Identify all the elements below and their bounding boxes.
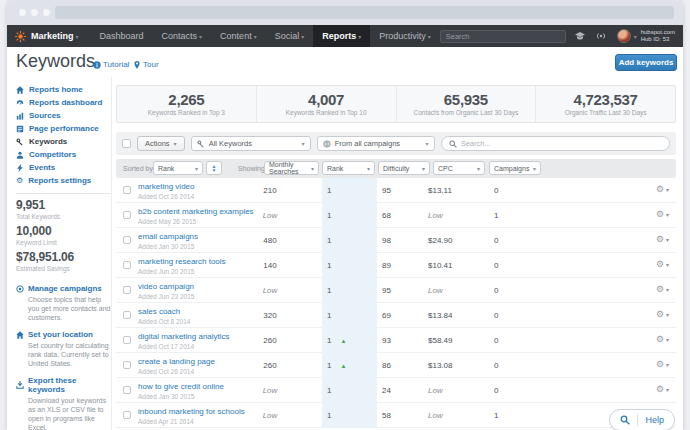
keyword-link[interactable]: digital marketing analytics xyxy=(138,332,230,341)
table-search-input[interactable] xyxy=(461,139,662,148)
window-zoom-dot[interactable] xyxy=(43,9,50,16)
select-all-checkbox[interactable] xyxy=(122,139,131,148)
row-settings-gear[interactable]: ⚙▾ xyxy=(656,184,669,194)
row-checkbox[interactable] xyxy=(123,336,131,344)
sidebar-stat-label: Total Keywords xyxy=(16,213,112,220)
nav-item-productivity[interactable]: Productivity▾ xyxy=(370,25,440,48)
keyword-cell: create a landing pageAdded Oct 26 2014 xyxy=(138,357,215,375)
sort-by-select[interactable]: Rank▾ xyxy=(153,161,203,175)
column-select-cpc[interactable]: CPC▾ xyxy=(433,161,485,175)
cpc-value: $13.84 xyxy=(428,311,452,320)
sidebar-link-title[interactable]: Manage campaigns xyxy=(16,284,112,293)
nav-item-social[interactable]: Social▾ xyxy=(266,25,314,48)
help-button[interactable]: Help xyxy=(609,409,675,430)
table-header: Sorted by: Rank▾ ▲▼ Showing: Monthly Sea… xyxy=(116,159,676,178)
monthly-searches-value: Low xyxy=(244,411,296,420)
sidebar-item-keywords[interactable]: Keywords xyxy=(16,135,112,148)
window-close-dot[interactable] xyxy=(19,9,26,16)
keyword-link[interactable]: sales coach xyxy=(138,307,190,316)
tutorial-link[interactable]: Tutorial xyxy=(93,60,129,69)
info-icon xyxy=(93,61,101,69)
window-minimize-dot[interactable] xyxy=(31,9,38,16)
sidebar-item-page-performance[interactable]: Page performance xyxy=(16,122,112,135)
sidebar-link-set-your-location: Set your locationSet country for calcula… xyxy=(16,330,112,368)
add-keywords-button[interactable]: Add keywords xyxy=(615,54,677,71)
column-select-monthly-searches[interactable]: Monthly Searches▾ xyxy=(264,161,319,175)
table-search-box[interactable] xyxy=(441,136,670,151)
keywords-filter-select[interactable]: All Keywords ▾ xyxy=(191,136,311,151)
row-settings-gear[interactable]: ⚙▾ xyxy=(656,309,669,319)
academy-cap-icon[interactable] xyxy=(575,31,587,41)
gear-icon: ⚙ xyxy=(16,177,23,185)
row-checkbox[interactable] xyxy=(123,411,131,419)
row-settings-gear[interactable]: ⚙▾ xyxy=(656,334,669,344)
keyword-link[interactable]: marketing research tools xyxy=(138,257,226,266)
sidebar-item-reports-dashboard[interactable]: Reports dashboard xyxy=(16,96,112,109)
row-settings-gear[interactable]: ⚙▾ xyxy=(656,284,669,294)
monthly-searches-value: 260 xyxy=(244,361,296,370)
nav-item-reports[interactable]: Reports▾ xyxy=(313,25,370,48)
keyword-link[interactable]: create a landing page xyxy=(138,357,215,366)
keyword-link[interactable]: video campaign xyxy=(138,282,194,291)
row-checkbox[interactable] xyxy=(123,361,131,369)
keyword-added-date: Added Jun 23 2015 xyxy=(138,293,194,300)
row-checkbox[interactable] xyxy=(123,261,131,269)
keyword-link[interactable]: inbound marketing for schools xyxy=(138,407,245,416)
row-checkbox[interactable] xyxy=(123,311,131,319)
nav-item-contacts[interactable]: Contacts▾ xyxy=(153,25,212,48)
sort-direction-button[interactable]: ▲▼ xyxy=(206,161,222,175)
rank-value: 1 xyxy=(327,286,331,295)
nav-item-content[interactable]: Content▾ xyxy=(211,25,266,48)
row-settings-gear[interactable]: ⚙▾ xyxy=(656,384,669,394)
sidebar-item-sources[interactable]: Sources xyxy=(16,109,112,122)
sidebar-item-competitors[interactable]: Competitors xyxy=(16,148,112,161)
monthly-searches-value: Low xyxy=(244,386,296,395)
sidebar-link-title[interactable]: Export these keywords xyxy=(16,376,112,394)
sidebar-stat-label: Estimated Savings xyxy=(16,265,112,272)
column-select-difficulty[interactable]: Difficulty▾ xyxy=(378,161,430,175)
keywords-table-body: marketing videoAdded Oct 26 2014210195$1… xyxy=(116,178,676,428)
keyword-link[interactable]: b2b content marketing examples xyxy=(138,207,254,216)
row-settings-gear[interactable]: ⚙▾ xyxy=(656,234,669,244)
user-avatar[interactable] xyxy=(617,29,631,43)
actions-button[interactable]: Actions▾ xyxy=(137,136,185,151)
row-settings-gear[interactable]: ⚙▾ xyxy=(656,209,669,219)
keyword-link[interactable]: email campaigns xyxy=(138,232,198,241)
sidebar-content-separator xyxy=(111,77,112,430)
page-content: Keywords Tutorial Tour Add keywords Repo… xyxy=(7,47,683,430)
tour-link[interactable]: Tour xyxy=(133,60,159,69)
sidebar-link-title[interactable]: Set your location xyxy=(16,330,112,339)
summary-stat-value: 4,723,537 xyxy=(536,91,675,108)
keyword-link[interactable]: marketing video xyxy=(138,182,194,191)
campaigns-filter-select[interactable]: From all campaigns ▾ xyxy=(317,136,435,151)
address-bar[interactable] xyxy=(55,6,674,19)
sidebar-item-reports-home[interactable]: Reports home xyxy=(16,83,112,96)
row-checkbox[interactable] xyxy=(123,211,131,219)
keyword-cell: marketing videoAdded Oct 26 2014 xyxy=(138,182,194,200)
nav-brand-marketing[interactable]: Marketing▾ xyxy=(31,31,79,41)
cpc-value: Low xyxy=(428,211,443,220)
sidebar-item-events[interactable]: Events xyxy=(16,161,112,174)
account-caret-icon[interactable]: ▾ xyxy=(634,33,637,40)
rank-value: 1 xyxy=(327,261,331,270)
table-row: how to give credit onlineAdded Jan 30 20… xyxy=(116,378,676,403)
sidebar-item-reports-settings[interactable]: ⚙Reports settings xyxy=(16,174,112,187)
download-icon xyxy=(16,381,24,389)
row-checkbox[interactable] xyxy=(123,286,131,294)
keyword-cell: how to give credit onlineAdded Jan 30 20… xyxy=(138,382,224,400)
row-checkbox[interactable] xyxy=(123,186,131,194)
broadcast-icon[interactable] xyxy=(596,31,608,41)
sidebar-item-label: Sources xyxy=(29,111,61,120)
nav-item-dashboard[interactable]: Dashboard xyxy=(91,25,153,48)
column-select-rank[interactable]: Rank▾ xyxy=(322,161,375,175)
row-settings-gear[interactable]: ⚙▾ xyxy=(656,359,669,369)
keyword-link[interactable]: how to give credit online xyxy=(138,382,224,391)
row-checkbox[interactable] xyxy=(123,236,131,244)
sidebar-item-label: Reports settings xyxy=(28,176,91,185)
row-settings-gear[interactable]: ⚙▾ xyxy=(656,259,669,269)
global-search-input[interactable] xyxy=(440,30,566,43)
row-checkbox[interactable] xyxy=(123,386,131,394)
map-pin-icon xyxy=(133,61,141,69)
column-select-campaigns[interactable]: Campaigns▾ xyxy=(489,161,541,175)
help-divider xyxy=(637,414,638,426)
